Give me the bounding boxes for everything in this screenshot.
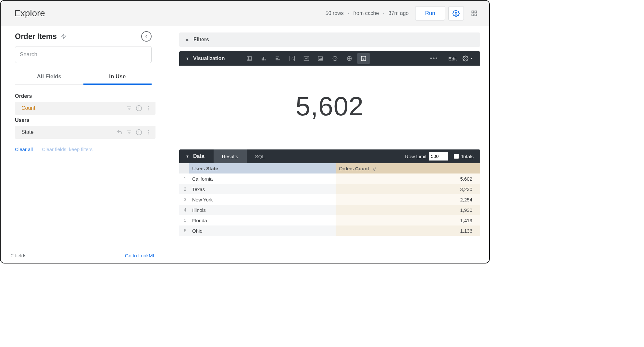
column-header-orders-count[interactable]: Orders Count ⋁ [336, 163, 480, 174]
field-info-button[interactable] [134, 127, 144, 137]
viz-type-scatter[interactable] [286, 53, 299, 64]
explore-content: ▶ Filters ▼ Visualization 6 ••• Edit [166, 26, 489, 248]
info-icon [136, 105, 142, 111]
viz-settings-button[interactable] [463, 56, 474, 61]
data-tab-sql[interactable]: SQL [247, 149, 273, 163]
caret-right-icon: ▶ [186, 38, 189, 42]
field-users-state[interactable]: State [15, 126, 155, 139]
table-row: 3New York2,254 [179, 194, 480, 205]
top-header: Explore 50 rows · from cache · 37m ago R… [1, 1, 489, 26]
visualization-body: 5,602 [179, 66, 480, 147]
clear-keep-filters-link[interactable]: Clear fields, keep filters [42, 147, 93, 152]
cell-count[interactable]: 5,602 [336, 174, 480, 184]
page-title: Explore [14, 8, 45, 19]
viz-more-button[interactable]: ••• [427, 55, 440, 62]
info-icon [136, 129, 142, 135]
single-value-icon: 6 [360, 56, 367, 61]
gear-icon [463, 56, 468, 61]
svg-point-23 [148, 134, 149, 134]
field-search-input[interactable] [15, 46, 152, 63]
cell-state[interactable]: Texas [189, 184, 336, 194]
data-panel-header: ▼ Data Results SQL Row Limit Totals [179, 149, 480, 163]
cell-count[interactable]: 1,419 [336, 215, 480, 225]
viz-type-table[interactable] [243, 53, 256, 64]
go-to-lookml-link[interactable]: Go to LookML [125, 253, 155, 258]
data-tab-results[interactable]: Results [214, 149, 247, 163]
rownum-header [179, 163, 189, 174]
cell-count[interactable]: 1,136 [336, 225, 480, 236]
cell-state[interactable]: New York [189, 194, 336, 205]
table-row: 2Texas3,230 [179, 184, 480, 194]
cell-state[interactable]: Illinois [189, 205, 336, 215]
more-vertical-icon [146, 129, 152, 135]
cell-state[interactable]: Florida [189, 215, 336, 225]
viz-type-map[interactable] [343, 53, 356, 64]
grid-icon [471, 10, 477, 17]
row-limit-input[interactable] [429, 152, 448, 161]
row-number: 6 [179, 225, 189, 236]
svg-rect-33 [276, 58, 279, 59]
chevron-left-icon [144, 34, 149, 39]
pivot-field-button[interactable] [115, 127, 124, 137]
explore-settings-button[interactable] [448, 6, 464, 20]
pie-chart-icon [332, 56, 338, 61]
svg-rect-1 [472, 11, 474, 13]
data-label: Data [193, 153, 204, 159]
filter-icon [126, 129, 132, 135]
svg-point-22 [148, 132, 149, 133]
row-number: 2 [179, 184, 189, 194]
svg-point-21 [148, 130, 149, 131]
run-button[interactable]: Run [415, 6, 445, 20]
map-icon [346, 56, 353, 61]
svg-rect-34 [276, 59, 280, 60]
cell-count[interactable]: 2,254 [336, 194, 480, 205]
totals-checkbox[interactable] [454, 154, 459, 159]
svg-rect-3 [472, 14, 474, 16]
tab-all-fields[interactable]: All Fields [15, 69, 83, 84]
field-more-button[interactable] [144, 127, 154, 137]
table-row: 4Illinois1,930 [179, 205, 480, 215]
field-more-button[interactable] [144, 103, 154, 113]
totals-label: Totals [461, 154, 474, 159]
status-rows: 50 rows [326, 10, 344, 16]
row-limit-label: Row Limit [405, 154, 427, 159]
cell-count[interactable]: 1,930 [336, 205, 480, 215]
field-group-orders: Orders [15, 93, 155, 99]
collapse-sidebar-button[interactable] [141, 31, 152, 42]
viz-edit-button[interactable]: Edit [448, 56, 457, 61]
viz-type-bar[interactable] [271, 53, 284, 64]
svg-point-37 [292, 58, 292, 58]
gear-icon [452, 10, 460, 17]
field-info-button[interactable] [134, 103, 144, 113]
cell-state[interactable]: California [189, 174, 336, 184]
field-orders-count[interactable]: Count [15, 102, 155, 115]
filter-field-button[interactable] [124, 127, 134, 137]
svg-rect-35 [290, 56, 295, 61]
field-label: Count [21, 105, 124, 111]
svg-rect-31 [265, 59, 266, 61]
column-header-users-state[interactable]: Users State [189, 163, 336, 174]
svg-point-0 [455, 12, 457, 14]
svg-marker-5 [61, 34, 66, 39]
scatter-icon [289, 56, 295, 61]
field-picker-tabs: All Fields In Use [15, 69, 152, 85]
viz-type-column[interactable] [257, 53, 270, 64]
viz-type-pie[interactable] [328, 53, 341, 64]
viz-type-line[interactable] [300, 53, 313, 64]
svg-point-14 [148, 109, 149, 110]
bolt-icon [61, 33, 67, 40]
filter-field-button[interactable] [124, 103, 134, 113]
visualization-label: Visualization [193, 56, 225, 61]
field-count: 2 fields [11, 253, 125, 258]
svg-rect-30 [263, 57, 264, 61]
cell-count[interactable]: 3,230 [336, 184, 480, 194]
dashboards-button[interactable] [468, 6, 480, 20]
clear-all-link[interactable]: Clear all [15, 147, 33, 152]
viz-type-single-value[interactable]: 6 [357, 53, 370, 64]
cell-state[interactable]: Ohio [189, 225, 336, 236]
filters-panel-toggle[interactable]: ▶ Filters [179, 32, 480, 47]
viz-type-area[interactable] [314, 53, 327, 64]
svg-point-36 [291, 58, 291, 59]
tab-in-use[interactable]: In Use [83, 69, 152, 84]
svg-rect-2 [475, 11, 477, 13]
